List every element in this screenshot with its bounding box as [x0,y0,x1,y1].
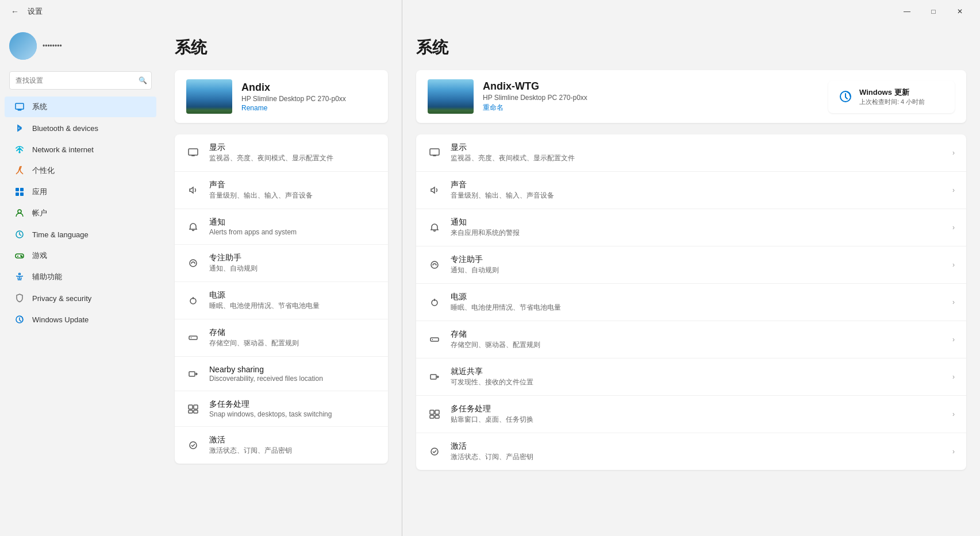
settings-item-activation-left[interactable]: 激活 激活状态、订阅、产品密钥 [175,427,388,464]
notification-name-right: 通知 [451,217,952,227]
display-icon-left [186,146,200,160]
sidebar-item-bluetooth-label: Bluetooth & devices [32,124,98,133]
sidebar-item-system[interactable]: 系统 [5,97,156,117]
sidebar-item-privacy[interactable]: Privacy & security [5,288,156,309]
settings-item-display-right[interactable]: 显示 监视器、亮度、夜间模式、显示配置文件 › [416,134,966,172]
personalization-icon [14,165,25,176]
right-rename-link[interactable]: 重命名 [483,103,828,113]
back-button[interactable]: ← [7,3,23,20]
activation-desc-right: 激活状态、订阅、产品密钥 [451,452,952,462]
settings-item-storage-right[interactable]: 存储 存储空间、驱动器、配置规则 › [416,321,966,358]
accessibility-icon [14,271,25,283]
focus-chevron-right: › [952,261,955,269]
left-sidebar: •••••••• 🔍 系统 Bluetoo [0,23,161,536]
notification-desc-left: Alerts from apps and system [209,228,376,236]
svg-point-8 [18,210,21,213]
svg-rect-38 [431,375,436,379]
power-name-left: 电源 [209,290,376,300]
settings-item-nearby-left[interactable]: Nearby sharing Discoverability, received… [175,357,388,391]
nearby-icon-left [186,367,200,381]
storage-icon-right [428,333,441,346]
multitask-chevron-right: › [952,410,955,418]
focus-name-left: 专注助手 [209,253,376,263]
minimize-button[interactable]: — [894,2,920,21]
gaming-icon [14,250,25,261]
focus-desc-right: 通知、自动规则 [451,265,952,275]
svg-point-15 [19,273,21,275]
svg-rect-36 [431,338,439,341]
svg-rect-27 [189,410,193,413]
storage-desc-left: 存储空间、驱动器、配置规则 [209,338,376,348]
settings-item-notification-left[interactable]: 通知 Alerts from apps and system [175,209,388,245]
sidebar-item-gaming[interactable]: 游戏 [5,245,156,266]
sidebar-item-apps[interactable]: 应用 [5,182,156,202]
right-content: 系统 Andix-WTG HP Slimline Desktop PC 270-… [402,23,980,536]
storage-desc-right: 存储空间、驱动器、配置规则 [451,340,952,350]
windowsupdate-icon [14,314,25,325]
settings-item-display-left[interactable]: 显示 监视器、亮度、夜间模式、显示配置文件 [175,134,388,172]
settings-item-sound-right[interactable]: 声音 音量级别、输出、输入、声音设备 › [416,172,966,209]
left-settings-list: 显示 监视器、亮度、夜间模式、显示配置文件 声音 音量级别、输出、输入、声音设备 [175,134,388,464]
multitask-name-left: 多任务处理 [209,399,376,410]
sidebar-item-accessibility-label: 辅助功能 [32,272,62,282]
display-name-left: 显示 [209,142,376,153]
settings-item-activation-right[interactable]: 激活 激活状态、订阅、产品密钥 › [416,433,966,470]
svg-rect-31 [430,149,439,155]
sidebar-item-network[interactable]: Network & internet [5,139,156,160]
settings-item-sound-left[interactable]: 声音 音量级别、输出、输入、声音设备 [175,172,388,209]
search-input[interactable] [9,71,152,90]
right-window: — □ ✕ 系统 Andix-WTG HP Slimline Desktop P… [402,0,980,536]
notification-icon-right [428,221,441,234]
notification-chevron-right: › [952,223,955,232]
settings-item-storage-left[interactable]: 存储 存储空间、驱动器、配置规则 [175,319,388,357]
left-rename-link[interactable]: Rename [241,104,346,112]
settings-item-notification-right[interactable]: 通知 来自应用和系统的警报 › [416,209,966,246]
apps-icon [14,186,25,198]
settings-item-multitask-left[interactable]: 多任务处理 Snap windows, desktops, task switc… [175,391,388,427]
settings-item-power-right[interactable]: 电源 睡眠、电池使用情况、节省电池电量 › [416,284,966,321]
settings-item-nearby-right[interactable]: 就近共享 可发现性、接收的文件位置 › [416,358,966,396]
left-window-title: 设置 [28,6,43,17]
close-button[interactable]: ✕ [947,2,973,21]
accounts-icon [14,207,25,219]
nearby-chevron-right: › [952,373,955,381]
windows-update-card[interactable]: Windows 更新 上次检查时间: 4 小时前 [828,80,955,113]
focus-icon-left [186,256,200,270]
pc-image-right [428,79,474,114]
display-desc-right: 监视器、亮度、夜间模式、显示配置文件 [451,153,952,163]
sidebar-item-bluetooth[interactable]: Bluetooth & devices [5,118,156,138]
right-pc-card: Andix-WTG HP Slimline Desktop PC 270-p0x… [416,70,966,123]
activation-name-right: 激活 [451,441,952,452]
sound-name-right: 声音 [451,180,952,190]
network-icon [14,144,25,155]
svg-rect-24 [189,372,195,376]
nearby-icon-right [428,370,441,384]
maximize-button[interactable]: □ [920,2,947,21]
sidebar-item-windowsupdate[interactable]: Windows Update [5,309,156,330]
settings-item-multitask-right[interactable]: 多任务处理 贴靠窗口、桌面、任务切换 › [416,396,966,433]
user-profile: •••••••• [0,28,161,69]
settings-item-power-left[interactable]: 电源 睡眠、电池使用情况、节省电池电量 [175,282,388,319]
sidebar-item-time[interactable]: Time & language [5,224,156,245]
settings-item-focus-right[interactable]: 专注助手 通知、自动规则 › [416,246,966,284]
svg-rect-4 [16,188,19,191]
sound-desc-left: 音量级别、输出、输入、声音设备 [209,191,376,200]
storage-icon-left [186,331,200,345]
display-name-right: 显示 [451,142,952,153]
settings-item-focus-left[interactable]: 专注助手 通知、自动规则 [175,245,388,282]
sidebar-item-accessibility[interactable]: 辅助功能 [5,267,156,287]
time-icon [14,229,25,240]
sidebar-item-personalization[interactable]: 个性化 [5,160,156,181]
svg-rect-6 [16,192,19,196]
sidebar-item-personalization-label: 个性化 [32,165,55,176]
left-page-title: 系统 [175,37,388,59]
multitask-desc-left: Snap windows, desktops, task switching [209,410,376,418]
sound-name-left: 声音 [209,180,376,190]
sidebar-item-apps-label: 应用 [32,187,47,197]
multitask-icon-right [428,407,441,421]
avatar [9,32,37,60]
svg-rect-41 [430,415,434,418]
power-icon-right [428,295,441,309]
sidebar-item-network-label: Network & internet [32,145,94,154]
sidebar-item-accounts[interactable]: 帐户 [5,203,156,223]
